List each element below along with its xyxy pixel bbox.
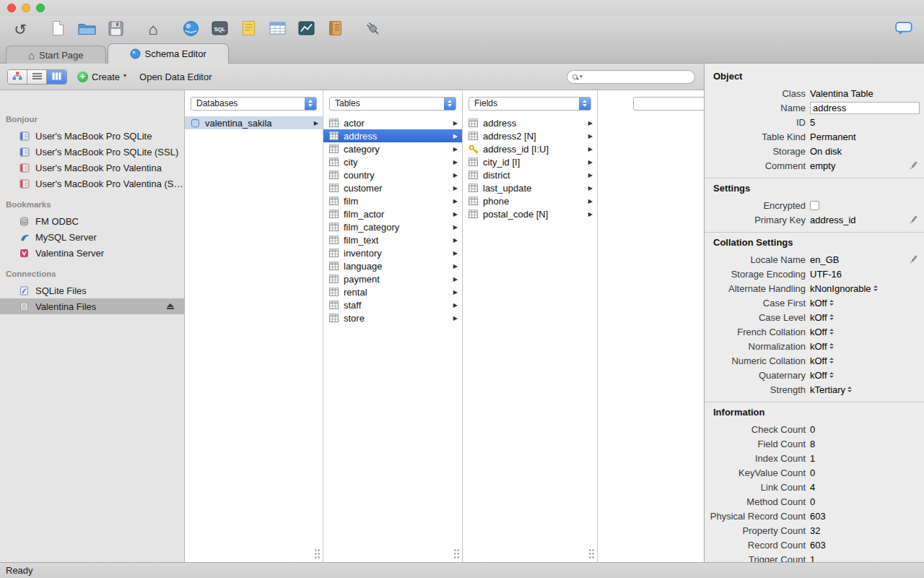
tree-view-button[interactable]	[8, 70, 27, 84]
column-scope-dropdown[interactable]: Fields	[468, 97, 591, 111]
edit-pencil-icon[interactable]	[910, 255, 919, 264]
list-item[interactable]: valentina_sakila▶	[185, 116, 323, 129]
sidebar-item[interactable]: User's MacBook Pro SQLite (SSL)	[0, 144, 184, 160]
item-label: payment	[344, 274, 450, 285]
column-scope-dropdown[interactable]	[633, 97, 704, 111]
list-item[interactable]: city▶	[323, 155, 462, 168]
list-item[interactable]: last_update▶	[463, 181, 597, 194]
create-button[interactable]: + Create ▾	[77, 72, 126, 82]
sidebar-item[interactable]: User's MacBook Pro Valentina	[0, 160, 184, 176]
sidebar-item[interactable]: SQLite Files	[0, 282, 184, 298]
query-notes-icon	[242, 20, 256, 39]
value-stepper-icon[interactable]	[829, 343, 834, 349]
dropdown-label: Fields	[469, 98, 579, 108]
list-item[interactable]: category▶	[323, 142, 462, 155]
eject-icon[interactable]	[167, 303, 174, 310]
schema-editor-button[interactable]	[180, 20, 201, 40]
column-scope-dropdown[interactable]: Tables	[329, 97, 456, 111]
list-item[interactable]: language▶	[323, 259, 462, 272]
feedback-chat-button[interactable]	[894, 20, 914, 40]
open-file-icon	[78, 22, 96, 38]
table-icon	[329, 236, 341, 244]
sidebar-item[interactable]: User's MacBook Pro Valentina (S…	[0, 176, 184, 191]
list-item[interactable]: address2 [N]▶	[463, 129, 597, 142]
open-data-editor-button[interactable]: Open Data Editor	[139, 72, 212, 82]
edit-pencil-icon[interactable]	[910, 161, 919, 171]
disclosure-arrow-icon: ▶	[453, 237, 458, 243]
property-value: 0	[810, 496, 815, 507]
resize-grip[interactable]	[588, 548, 596, 559]
list-item[interactable]: country▶	[323, 168, 462, 181]
sidebar-item[interactable]: Valentina Files	[0, 298, 184, 314]
list-item[interactable]: staff▶	[323, 298, 462, 311]
list-view-button[interactable]	[27, 70, 47, 84]
inspector-row: Case LevelkOff	[705, 310, 924, 324]
tree-view-icon	[12, 70, 22, 83]
undo-button[interactable]: ↺	[10, 20, 30, 40]
close-button[interactable]	[7, 4, 16, 12]
value-stepper-icon[interactable]	[873, 285, 878, 291]
list-item[interactable]: address▶	[323, 129, 462, 142]
resize-grip[interactable]	[314, 548, 321, 559]
new-document-button[interactable]	[48, 20, 68, 40]
sidebar-section: ConnectionsSQLite FilesValentina Files	[0, 269, 184, 314]
list-item[interactable]: film▶	[323, 194, 462, 207]
value-stepper-icon[interactable]	[829, 314, 834, 320]
sidebar-item[interactable]: MySQL Server	[0, 229, 184, 245]
list-item[interactable]: film_text▶	[323, 233, 462, 246]
list-item[interactable]: film_category▶	[323, 220, 462, 233]
inspector-row: Link Count4	[705, 480, 924, 494]
minimize-button[interactable]	[22, 4, 30, 12]
list-item[interactable]: phone▶	[463, 194, 597, 207]
tab-schema-editor[interactable]: Schema Editor	[108, 43, 229, 64]
open-file-button[interactable]	[77, 20, 97, 40]
diagram-editor-button[interactable]	[296, 20, 316, 40]
list-item[interactable]: actor▶	[323, 116, 462, 129]
value-stepper-icon[interactable]	[829, 372, 834, 378]
inspector-section-title: Object	[705, 68, 924, 86]
inspector-row: Commentempty	[705, 158, 924, 173]
home-button[interactable]: ⌂	[143, 20, 163, 40]
sidebar-item[interactable]: FM ODBC	[0, 213, 184, 229]
column-view-button[interactable]	[47, 70, 66, 84]
item-label: film_text	[344, 235, 450, 246]
query-notes-button[interactable]	[238, 20, 258, 40]
list-item[interactable]: payment▶	[323, 272, 462, 285]
sidebar-item-label: SQLite Files	[35, 285, 87, 296]
sql-editor-button[interactable]: SQL	[209, 20, 230, 40]
inspector-section: ObjectClassValentina TableNameID5Table K…	[705, 66, 924, 173]
column-list: actor▶address▶category▶city▶country▶cust…	[323, 116, 462, 324]
value-stepper-icon[interactable]	[847, 387, 852, 392]
edit-pencil-icon[interactable]	[910, 215, 919, 225]
sidebar-item[interactable]: Valentina Server	[0, 245, 184, 261]
list-item[interactable]: address_id [I:U]▶	[463, 142, 597, 155]
sql-editor-icon: SQL	[212, 20, 228, 39]
server-connection-button[interactable]	[362, 20, 383, 40]
save-button[interactable]	[105, 20, 126, 40]
report-editor-button[interactable]	[325, 20, 345, 40]
name-input[interactable]	[810, 102, 920, 114]
resize-grip[interactable]	[453, 548, 461, 559]
list-item[interactable]: postal_code [N]▶	[463, 207, 597, 220]
list-item[interactable]: address▶	[463, 116, 597, 129]
checkbox[interactable]	[810, 201, 819, 210]
tab-start-page[interactable]: ⌂ Start Page	[6, 46, 106, 64]
data-editor-button[interactable]	[267, 20, 287, 40]
list-item[interactable]: rental▶	[323, 285, 462, 298]
property-value: 0	[810, 424, 815, 435]
list-item[interactable]: customer▶	[323, 181, 462, 194]
list-item[interactable]: inventory▶	[323, 246, 462, 259]
zoom-button[interactable]	[36, 4, 45, 12]
column-scope-dropdown[interactable]: Databases	[191, 97, 317, 111]
search-input[interactable]	[583, 72, 694, 82]
list-item[interactable]: store▶	[323, 311, 462, 324]
item-label: film	[344, 196, 450, 207]
value-stepper-icon[interactable]	[829, 329, 834, 335]
list-item[interactable]: district▶	[463, 168, 597, 181]
list-item[interactable]: city_id [I]▶	[463, 155, 597, 168]
sidebar-item[interactable]: User's MacBook Pro SQLite	[0, 128, 184, 144]
value-stepper-icon[interactable]	[829, 300, 834, 306]
list-item[interactable]: film_actor▶	[323, 207, 462, 220]
value-stepper-icon[interactable]	[829, 358, 834, 363]
search-field[interactable]: ▾	[567, 70, 695, 84]
